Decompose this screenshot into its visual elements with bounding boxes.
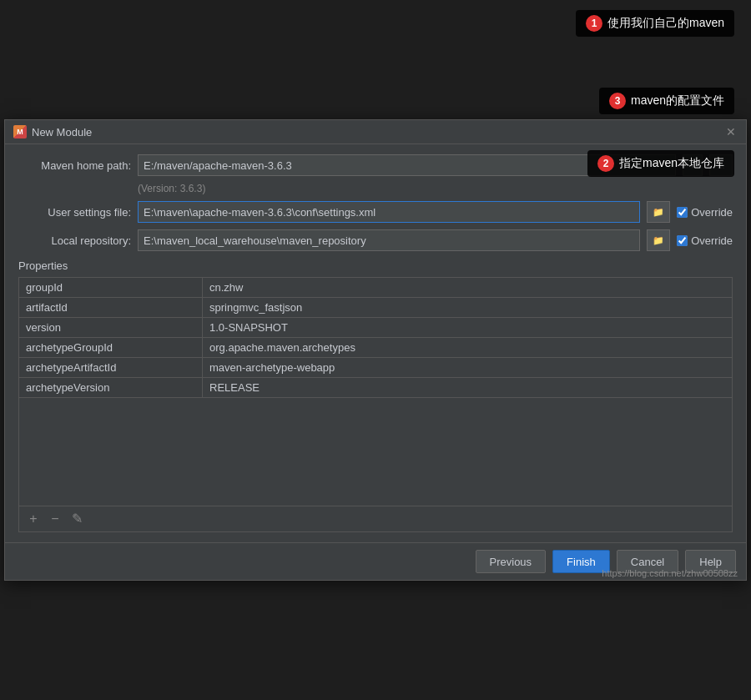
- property-key: archetypeVersion: [19, 378, 203, 398]
- maven-home-browse[interactable]: ...: [709, 154, 733, 176]
- property-key: version: [19, 318, 203, 338]
- dialog-content: Maven home path: ▼ ... (Version: 3.6.3) …: [5, 144, 746, 542]
- properties-toolbar: + − ✎: [18, 506, 733, 532]
- annotation-1-text: 使用我们自己的maven: [607, 16, 724, 31]
- property-value: springmvc_fastjson: [203, 298, 733, 318]
- property-value: cn.zhw: [203, 278, 733, 298]
- property-value: org.apache.maven.archetypes: [203, 338, 733, 358]
- new-module-dialog: M New Module ✕ Maven home path: ▼ ... (V…: [4, 119, 747, 581]
- table-row[interactable]: archetypeGroupIdorg.apache.maven.archety…: [19, 338, 733, 358]
- properties-section: Properties groupIdcn.zhwartifactIdspring…: [18, 259, 733, 532]
- user-settings-label: User settings file:: [18, 206, 131, 219]
- version-row: (Version: 3.6.3): [18, 183, 733, 194]
- user-settings-browse[interactable]: 📁: [647, 201, 670, 223]
- user-settings-override-checkbox[interactable]: [677, 207, 688, 218]
- user-settings-input[interactable]: [138, 201, 640, 223]
- edit-property-button[interactable]: ✎: [68, 510, 86, 528]
- user-settings-override-label: Override: [691, 206, 733, 219]
- maven-home-input[interactable]: [138, 154, 676, 176]
- properties-table: groupIdcn.zhwartifactIdspringmvc_fastjso…: [18, 277, 733, 398]
- window-title: New Module: [32, 126, 719, 138]
- property-key: artifactId: [19, 298, 203, 318]
- table-row[interactable]: archetypeArtifactIdmaven-archetype-webap…: [19, 358, 733, 378]
- annotation-3-badge: 3: [609, 93, 626, 109]
- properties-empty-area: [18, 398, 733, 506]
- table-row[interactable]: artifactIdspringmvc_fastjson: [19, 298, 733, 318]
- property-key: archetypeArtifactId: [19, 358, 203, 378]
- property-value: 1.0-SNAPSHOT: [203, 318, 733, 338]
- remove-property-button[interactable]: −: [46, 510, 64, 528]
- local-repo-override-checkbox[interactable]: [677, 235, 688, 246]
- maven-home-label: Maven home path:: [18, 159, 131, 172]
- table-row[interactable]: version1.0-SNAPSHOT: [19, 318, 733, 338]
- property-key: groupId: [19, 278, 203, 298]
- maven-home-dropdown[interactable]: ▼: [683, 154, 703, 176]
- local-repo-override-group: Override: [677, 234, 733, 247]
- annotation-3-text: maven的配置文件: [631, 93, 724, 108]
- title-bar: M New Module ✕: [5, 120, 746, 144]
- property-value: maven-archetype-webapp: [203, 358, 733, 378]
- previous-button[interactable]: Previous: [476, 550, 547, 573]
- close-button[interactable]: ✕: [724, 125, 738, 138]
- local-repo-browse[interactable]: 📁: [647, 229, 670, 251]
- local-repo-override-label: Override: [691, 234, 733, 247]
- user-settings-override-group: Override: [677, 206, 733, 219]
- properties-title: Properties: [18, 259, 733, 272]
- local-repo-input[interactable]: [138, 229, 640, 251]
- annotation-1: 1 使用我们自己的maven: [576, 10, 734, 37]
- table-row[interactable]: archetypeVersionRELEASE: [19, 378, 733, 398]
- property-key: archetypeGroupId: [19, 338, 203, 358]
- annotation-1-badge: 1: [586, 15, 602, 32]
- add-property-button[interactable]: +: [24, 510, 43, 528]
- maven-home-row: Maven home path: ▼ ...: [18, 154, 733, 176]
- local-repo-row: Local repository: 📁 Override: [18, 229, 733, 251]
- property-value: RELEASE: [203, 378, 733, 398]
- user-settings-row: User settings file: 📁 Override: [18, 201, 733, 223]
- app-icon: M: [13, 125, 27, 138]
- local-repo-label: Local repository:: [18, 234, 131, 247]
- table-row[interactable]: groupIdcn.zhw: [19, 278, 733, 298]
- annotation-3: 3 maven的配置文件: [599, 88, 734, 114]
- watermark: https://blog.csdn.net/zhw00508zz: [602, 568, 738, 578]
- version-text: (Version: 3.6.3): [138, 183, 205, 194]
